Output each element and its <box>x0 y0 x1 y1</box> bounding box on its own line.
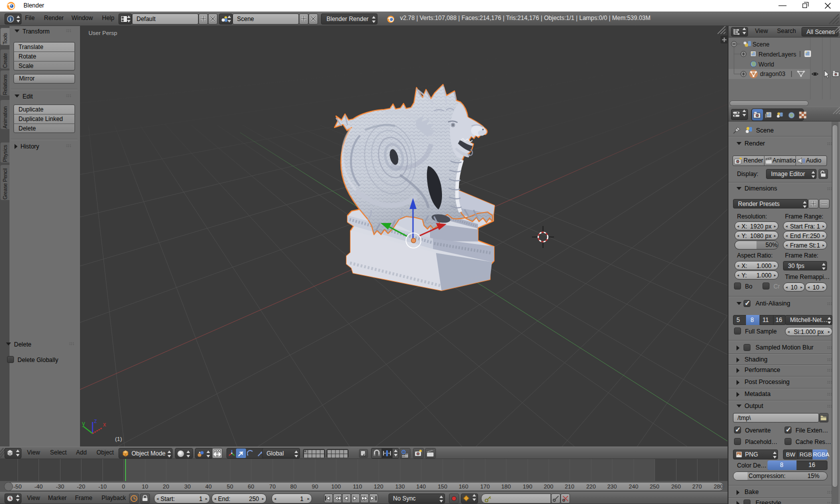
svg-text:y: y <box>82 420 85 427</box>
svg-text:z: z <box>94 418 97 424</box>
svg-text:i: i <box>10 16 12 22</box>
svg-text:x: x <box>103 421 106 428</box>
